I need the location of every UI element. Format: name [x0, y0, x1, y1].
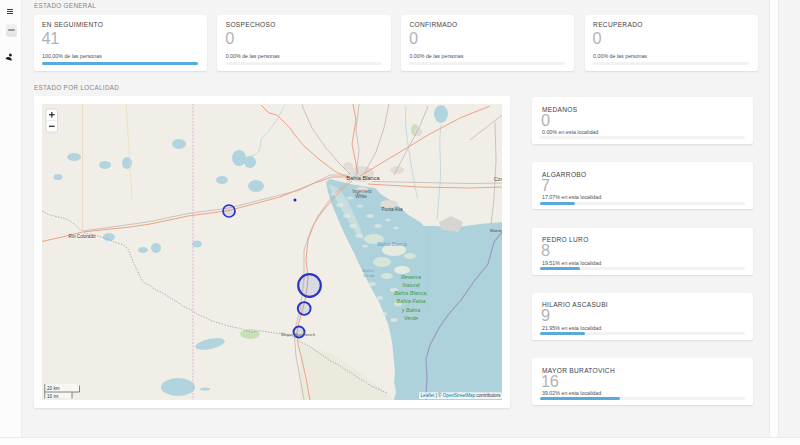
svg-text:Río Colorado: Río Colorado [68, 234, 96, 239]
svg-text:Punta Alta: Punta Alta [382, 207, 403, 212]
svg-text:Bahía Blanca: Bahía Blanca [346, 175, 380, 181]
svg-text:Bahía Blanca,: Bahía Blanca, [394, 290, 428, 296]
svg-text:y Bahía: y Bahía [401, 307, 420, 313]
svg-text:Natural: Natural [402, 282, 420, 288]
svg-text:Verde: Verde [363, 273, 375, 278]
svg-text:Reserva: Reserva [401, 274, 421, 280]
svg-text:10 mi: 10 mi [47, 394, 58, 399]
svg-text:White: White [355, 194, 367, 199]
svg-text:Mayor Buratovich: Mayor Buratovich [281, 332, 316, 337]
svg-text:Coronel: Coronel [494, 176, 502, 182]
svg-text:Monte Her: Monte Her [490, 228, 502, 233]
svg-text:Leaflet | © OpenStreetMap cont: Leaflet | © OpenStreetMap contributors [421, 392, 502, 398]
svg-text:20 km: 20 km [47, 386, 60, 391]
svg-text:Bahía Blanca: Bahía Blanca [377, 241, 407, 247]
svg-text:Verde: Verde [404, 315, 418, 321]
svg-text:Bahía Falsa: Bahía Falsa [397, 298, 426, 304]
